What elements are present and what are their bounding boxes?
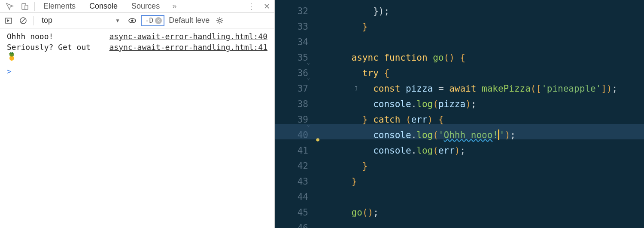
context-selector[interactable]: top ▼	[38, 16, 124, 25]
code-token: log	[416, 145, 433, 156]
code-line[interactable]: console.log(pizza);	[330, 96, 644, 112]
devtools-panel: Elements Console Sources » ⋮ ✕ top ▼ -D …	[0, 0, 275, 228]
log-levels-selector[interactable]: Default leve	[167, 16, 211, 25]
clear-filter-icon[interactable]: ✕	[155, 17, 162, 24]
code-line[interactable]: console.log(err);	[330, 143, 644, 158]
line-number: 35⌄	[275, 50, 308, 65]
code-token: console	[373, 130, 411, 140]
code-token: {	[384, 68, 389, 78]
code-token: )	[455, 145, 460, 156]
code-token: log	[416, 99, 433, 109]
tab-elements[interactable]: Elements	[36, 0, 82, 12]
code-token	[330, 83, 373, 94]
code-area[interactable]: }); } async function go() { try { const …	[318, 0, 644, 228]
code-token: err	[411, 114, 428, 125]
close-icon[interactable]: ✕	[259, 0, 274, 13]
kebab-menu-icon[interactable]: ⋮	[243, 0, 259, 13]
clear-console-icon[interactable]	[17, 15, 29, 27]
inspect-icon[interactable]	[2, 0, 17, 13]
more-tabs-icon[interactable]: »	[167, 0, 182, 13]
line-number: 43	[275, 174, 308, 189]
code-line[interactable]: const pizza = await makePizza(['pineappl…	[330, 81, 644, 96]
log-message: Seriously? Get out 🍍	[7, 43, 93, 61]
devtools-tabs: Elements Console Sources » ⋮ ✕	[0, 0, 274, 13]
code-token: ()	[444, 52, 460, 63]
code-token: }	[362, 114, 373, 125]
filter-text: -D	[145, 16, 153, 25]
code-line[interactable]: }	[330, 174, 644, 189]
code-token	[330, 99, 373, 109]
code-token: ;	[510, 130, 516, 140]
code-line[interactable]: }	[330, 19, 644, 34]
code-token	[330, 145, 373, 156]
svg-rect-1	[25, 5, 28, 9]
code-line[interactable]: }	[330, 158, 644, 174]
gear-icon[interactable]	[214, 15, 226, 27]
code-token: go	[352, 207, 362, 218]
device-toggle-icon[interactable]	[17, 0, 33, 13]
code-token: =	[438, 83, 449, 94]
code-token: (	[433, 99, 438, 109]
code-token: (	[406, 114, 411, 125]
line-number: 36⌄	[275, 65, 308, 81]
code-line[interactable]	[330, 34, 644, 50]
code-token	[330, 176, 352, 187]
code-line[interactable]: try {	[330, 65, 644, 81]
toggle-drawer-icon[interactable]	[3, 15, 15, 27]
code-token	[330, 22, 362, 32]
svg-line-4	[21, 18, 25, 23]
code-token: pizza	[406, 83, 438, 94]
log-source-link[interactable]: async-await-error-handling.html:41	[109, 43, 267, 52]
tab-console[interactable]: Console	[82, 0, 125, 12]
code-token: (	[433, 130, 438, 140]
code-token: }	[362, 22, 368, 32]
filter-input[interactable]: -D ✕	[141, 15, 164, 26]
code-token: '	[499, 130, 505, 140]
console-output: Ohhh nooo! async-await-error-handling.ht…	[0, 28, 274, 228]
code-token: err	[438, 145, 455, 156]
code-line[interactable]	[330, 220, 644, 228]
gutter-strip	[313, 0, 318, 228]
code-token: log	[416, 130, 433, 140]
code-token: async	[352, 52, 384, 63]
code-token: ;	[471, 99, 477, 109]
code-token: (	[433, 145, 438, 156]
line-number: 34	[275, 34, 308, 50]
code-token: const	[373, 83, 406, 94]
code-token: })	[373, 6, 384, 16]
code-line[interactable]: go();	[330, 205, 644, 220]
caret-down-icon: ▼	[115, 18, 120, 24]
code-token: .	[411, 145, 417, 156]
separator	[33, 16, 34, 25]
code-token: try	[362, 68, 384, 78]
separator	[34, 2, 35, 11]
code-token: function	[384, 52, 433, 63]
eye-icon[interactable]	[126, 15, 138, 27]
code-token: pizza	[438, 99, 465, 109]
code-editor[interactable]: 32333435⌄36⌄373839⌄40●414243444546 }); }…	[275, 0, 644, 228]
code-line[interactable]: console.log('Ohhh nooo!');	[330, 127, 644, 143]
context-label: top	[42, 16, 52, 25]
code-line[interactable]: async function go() {	[330, 50, 644, 65]
code-token	[330, 130, 373, 140]
code-token: }	[352, 176, 357, 187]
log-entry: Seriously? Get out 🍍 async-await-error-h…	[7, 42, 267, 62]
line-number: 38	[275, 96, 308, 112]
code-line[interactable]: } catch (err) {	[330, 112, 644, 127]
text-cursor	[498, 129, 499, 140]
console-prompt[interactable]: >	[7, 62, 267, 76]
code-token	[330, 161, 362, 171]
code-token: makePizza	[482, 83, 531, 94]
code-token: go	[433, 52, 444, 63]
line-number: 41	[275, 143, 308, 158]
code-line[interactable]	[330, 189, 644, 205]
log-source-link[interactable]: async-await-error-handling.html:40	[109, 32, 267, 41]
code-line[interactable]: });	[330, 3, 644, 19]
code-token: ;	[384, 6, 389, 16]
tab-sources[interactable]: Sources	[125, 0, 167, 12]
console-toolbar: top ▼ -D ✕ Default leve	[0, 13, 274, 28]
line-number: 45	[275, 205, 308, 220]
code-token: ;	[612, 83, 618, 94]
code-token	[330, 52, 352, 63]
code-token: catch	[373, 114, 406, 125]
